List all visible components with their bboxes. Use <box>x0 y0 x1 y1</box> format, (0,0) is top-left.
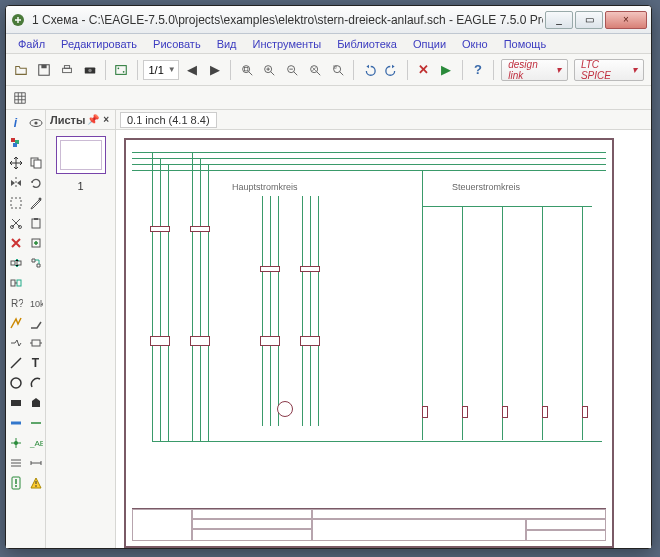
menu-help[interactable]: Помощь <box>496 36 555 52</box>
svg-point-38 <box>11 378 21 388</box>
zoom-out-button[interactable] <box>282 59 303 81</box>
print-button[interactable] <box>56 59 77 81</box>
sheets-close-icon[interactable]: × <box>103 114 109 125</box>
miter-tool[interactable] <box>27 314 45 332</box>
polygon-tool[interactable] <box>27 394 45 412</box>
circle-tool[interactable] <box>7 374 25 392</box>
pinswap-tool[interactable] <box>7 254 25 272</box>
text-tool[interactable]: T <box>27 354 45 372</box>
minimize-button[interactable]: _ <box>545 11 573 29</box>
mark-tool[interactable] <box>27 134 45 152</box>
label-tool[interactable]: _AB <box>27 434 45 452</box>
zoom-prev-button[interactable]: ◀ <box>182 59 203 81</box>
split-tool[interactable] <box>7 334 25 352</box>
gateswap-tool[interactable] <box>27 254 45 272</box>
svg-rect-11 <box>244 67 248 71</box>
value-tool[interactable]: 10k <box>27 294 45 312</box>
sheets-panel: Листы 📌 × 1 <box>46 110 116 548</box>
dimension-tool[interactable] <box>27 454 45 472</box>
title-block <box>132 508 606 542</box>
smash-tool[interactable] <box>7 314 25 332</box>
designlink-button[interactable]: design link▾ <box>501 59 568 81</box>
move-tool[interactable] <box>7 154 25 172</box>
rect-tool[interactable] <box>7 394 25 412</box>
net-tool[interactable] <box>27 414 45 432</box>
zoom-in-button[interactable] <box>259 59 280 81</box>
menu-view[interactable]: Вид <box>209 36 245 52</box>
zoom-redraw-button[interactable] <box>304 59 325 81</box>
change-tool[interactable] <box>27 194 45 212</box>
sheets-pin-icon[interactable]: 📌 <box>87 114 99 125</box>
arc-tool[interactable] <box>27 374 45 392</box>
ruler-bar: 0.1 inch (4.1 8.4) <box>116 110 651 130</box>
group-tool[interactable] <box>7 194 25 212</box>
menu-draw[interactable]: Рисовать <box>145 36 209 52</box>
svg-point-6 <box>88 68 92 72</box>
svg-rect-32 <box>17 261 21 265</box>
menu-tools[interactable]: Инструменты <box>245 36 330 52</box>
maximize-button[interactable]: ▭ <box>575 11 603 29</box>
wire-tool[interactable] <box>7 354 25 372</box>
undo-button[interactable] <box>359 59 380 81</box>
save-button[interactable] <box>34 59 55 81</box>
svg-point-10 <box>242 65 249 72</box>
board-button[interactable] <box>111 59 132 81</box>
rotate-tool[interactable] <box>27 174 45 192</box>
left-toolbox: i R?10k T _AB <box>6 110 46 548</box>
svg-text:10k: 10k <box>30 299 43 309</box>
ltc-spice-button[interactable]: LTC SPICE▾ <box>574 59 644 81</box>
menubar: Файл Редактировать Рисовать Вид Инструме… <box>6 34 651 54</box>
show-tool[interactable] <box>27 114 45 132</box>
close-button[interactable]: × <box>605 11 647 29</box>
attributes-tool[interactable] <box>7 454 25 472</box>
svg-point-25 <box>38 198 41 201</box>
zoom-fit-button[interactable] <box>236 59 257 81</box>
help-button[interactable]: ? <box>468 59 489 81</box>
mirror-tool[interactable] <box>7 174 25 192</box>
coordinates-display: 0.1 inch (4.1 8.4) <box>120 112 217 128</box>
zoom-next-button[interactable]: ▶ <box>205 59 226 81</box>
paste-tool[interactable] <box>27 214 45 232</box>
svg-rect-24 <box>11 198 21 208</box>
zoom-select-button[interactable] <box>327 59 348 81</box>
cut-tool[interactable] <box>7 214 25 232</box>
name-tool[interactable]: R? <box>7 294 25 312</box>
svg-rect-3 <box>62 68 71 72</box>
svg-rect-39 <box>11 400 21 406</box>
canvas[interactable]: Hauptstromkreis Steuerstromkreis <box>116 130 651 548</box>
svg-rect-37 <box>32 340 40 346</box>
svg-rect-34 <box>17 280 21 286</box>
layers-tool[interactable] <box>7 134 25 152</box>
params-toolbar <box>6 86 651 110</box>
cancel-button[interactable]: ✕ <box>413 59 434 81</box>
sheet-number: 1 <box>46 180 115 192</box>
copy-tool[interactable] <box>27 154 45 172</box>
menu-window[interactable]: Окно <box>454 36 496 52</box>
delete-tool[interactable] <box>7 234 25 252</box>
menu-library[interactable]: Библиотека <box>329 36 405 52</box>
sheets-label: Листы <box>50 114 85 126</box>
menu-options[interactable]: Опции <box>405 36 454 52</box>
add-tool[interactable] <box>27 234 45 252</box>
zoom-ratio-combo[interactable]: 1/1▼ <box>143 60 178 80</box>
invoke-tool[interactable] <box>27 334 45 352</box>
redo-button[interactable] <box>382 59 403 81</box>
errors-tool[interactable] <box>27 474 45 492</box>
svg-rect-23 <box>34 160 41 168</box>
erc-tool[interactable] <box>7 474 25 492</box>
menu-edit[interactable]: Редактировать <box>53 36 145 52</box>
menu-file[interactable]: Файл <box>10 36 53 52</box>
sheet-thumb-1[interactable] <box>56 136 106 174</box>
svg-rect-2 <box>41 64 46 68</box>
open-button[interactable] <box>11 59 32 81</box>
replace-tool[interactable] <box>7 274 25 292</box>
grid-button[interactable] <box>10 88 30 108</box>
go-button[interactable]: ▶ <box>436 59 457 81</box>
info-tool[interactable]: i <box>7 114 25 132</box>
cam-button[interactable] <box>79 59 100 81</box>
pin-tool[interactable] <box>27 274 45 292</box>
bus-tool[interactable] <box>7 414 25 432</box>
svg-text:_AB: _AB <box>29 439 43 448</box>
junction-tool[interactable] <box>7 434 25 452</box>
svg-rect-19 <box>11 138 15 142</box>
